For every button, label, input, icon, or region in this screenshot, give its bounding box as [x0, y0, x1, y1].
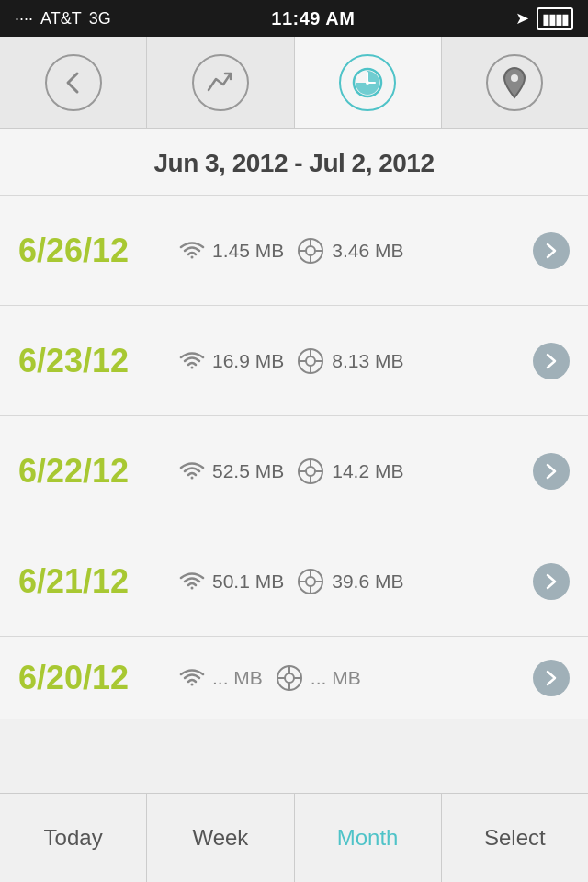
nav-chart[interactable] — [147, 37, 294, 128]
signal-dots: ···· — [15, 9, 33, 28]
wifi-value-partial: ... MB — [212, 667, 263, 689]
date-range-header: Jun 3, 2012 - Jul 2, 2012 — [0, 129, 588, 196]
status-right: ➤ ▮▮▮▮ — [515, 7, 573, 30]
tab-month-label: Month — [337, 825, 399, 851]
svg-point-4 — [511, 74, 518, 82]
wifi-stat: 52.5 MB — [179, 460, 284, 482]
row-arrow[interactable] — [533, 232, 570, 269]
cell-value: 14.2 MB — [332, 460, 403, 482]
back-arrow-icon — [45, 54, 102, 111]
wifi-stat: 1.45 MB — [179, 240, 284, 262]
cell-stat: 39.6 MB — [297, 568, 403, 595]
row-stats-partial: ... MB ... MB — [179, 664, 524, 692]
row-arrow[interactable] — [533, 563, 570, 600]
chart-icon — [192, 54, 249, 111]
tab-month[interactable]: Month — [295, 794, 442, 882]
nav-clock[interactable] — [295, 37, 442, 128]
cell-icon — [297, 458, 324, 485]
row-stats: 16.9 MB 8.13 MB — [179, 347, 524, 375]
status-bar: ···· AT&T 3G 11:49 AM ➤ ▮▮▮▮ — [0, 0, 588, 37]
svg-point-6 — [306, 246, 315, 255]
bottom-tab-bar: Today Week Month Select — [0, 793, 588, 882]
wifi-icon — [179, 668, 205, 688]
row-date-partial: 6/20/12 — [18, 659, 179, 697]
cell-stat: 3.46 MB — [297, 237, 403, 265]
svg-point-18 — [306, 467, 315, 476]
clock-icon — [339, 54, 396, 111]
svg-point-24 — [306, 577, 315, 586]
wifi-value: 52.5 MB — [212, 460, 284, 482]
network-type: 3G — [89, 9, 111, 28]
tab-today-label: Today — [44, 825, 103, 851]
row-arrow[interactable] — [533, 453, 570, 490]
cell-value-partial: ... MB — [311, 667, 361, 689]
location-pin-icon — [486, 54, 543, 111]
arrow-right-icon — [543, 463, 560, 480]
tab-week[interactable]: Week — [147, 794, 294, 882]
cell-icon — [297, 347, 324, 375]
content-area: Jun 3, 2012 - Jul 2, 2012 6/26/12 1.45 M… — [0, 129, 588, 793]
chart-svg — [207, 70, 234, 96]
battery-icon: ▮▮▮▮ — [537, 7, 573, 30]
wifi-stat: 50.1 MB — [179, 571, 284, 593]
wifi-value: 1.45 MB — [212, 240, 284, 262]
row-date: 6/21/12 — [18, 562, 179, 601]
wifi-icon — [179, 461, 205, 481]
arrow-right-icon — [543, 353, 560, 369]
cell-value: 3.46 MB — [332, 240, 403, 262]
svg-point-12 — [306, 356, 315, 366]
cell-icon — [297, 237, 324, 265]
wifi-icon — [179, 241, 205, 261]
table-row[interactable]: 6/26/12 1.45 MB — [0, 196, 588, 306]
cell-value: 39.6 MB — [332, 571, 403, 593]
data-list: 6/26/12 1.45 MB — [0, 196, 588, 719]
clock-svg — [351, 66, 384, 99]
cell-icon — [297, 568, 324, 595]
svg-point-30 — [285, 673, 294, 683]
date-range-text: Jun 3, 2012 - Jul 2, 2012 — [153, 149, 434, 177]
cell-stat: 14.2 MB — [297, 458, 403, 485]
cell-icon — [276, 664, 303, 692]
table-row[interactable]: 6/23/12 16.9 MB — [0, 306, 588, 416]
tab-today[interactable]: Today — [0, 794, 147, 882]
row-stats: 52.5 MB 14.2 MB — [179, 458, 524, 485]
table-row-partial[interactable]: 6/20/12 ... MB — [0, 637, 588, 719]
row-arrow-partial[interactable] — [533, 660, 570, 696]
tab-select[interactable]: Select — [442, 794, 588, 882]
back-arrow-svg — [61, 70, 86, 96]
table-row[interactable]: 6/21/12 50.1 MB — [0, 526, 588, 637]
carrier: AT&T — [40, 9, 82, 28]
wifi-stat: 16.9 MB — [179, 350, 284, 372]
row-date: 6/22/12 — [18, 452, 179, 491]
tab-week-label: Week — [192, 825, 248, 851]
svg-point-3 — [366, 81, 369, 85]
nav-location[interactable] — [442, 37, 588, 128]
row-date: 6/23/12 — [18, 342, 179, 380]
wifi-value: 50.1 MB — [212, 571, 284, 593]
top-nav — [0, 37, 588, 129]
wifi-stat: ... MB — [179, 667, 263, 689]
arrow-right-icon — [543, 243, 560, 259]
status-left: ···· AT&T 3G — [15, 9, 111, 28]
arrow-right-icon — [543, 573, 560, 590]
tab-select-label: Select — [484, 825, 546, 851]
row-stats: 50.1 MB 39.6 MB — [179, 568, 524, 595]
location-status-icon: ➤ — [515, 8, 529, 28]
arrow-right-icon — [543, 670, 560, 686]
location-pin-svg — [501, 66, 528, 99]
cell-stat: 8.13 MB — [297, 347, 403, 375]
table-row[interactable]: 6/22/12 52.5 MB — [0, 416, 588, 526]
cell-value: 8.13 MB — [332, 350, 403, 372]
row-stats: 1.45 MB 3.46 MB — [179, 237, 524, 265]
row-arrow[interactable] — [533, 343, 570, 379]
wifi-icon — [179, 351, 205, 371]
nav-back[interactable] — [0, 37, 147, 128]
row-date: 6/26/12 — [18, 232, 179, 270]
wifi-icon — [179, 571, 205, 592]
cell-stat: ... MB — [276, 664, 361, 692]
status-time: 11:49 AM — [271, 8, 355, 29]
wifi-value: 16.9 MB — [212, 350, 284, 372]
